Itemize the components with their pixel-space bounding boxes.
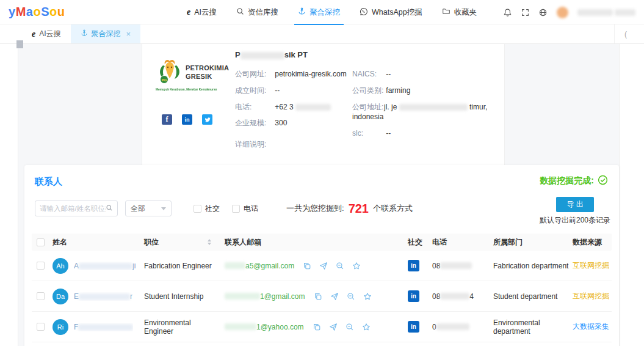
nav-item-ai-cloud-search[interactable]: e AI云搜 — [187, 0, 217, 24]
sort-icon[interactable] — [208, 239, 211, 245]
row-checkbox[interactable] — [37, 292, 45, 300]
row-checkbox[interactable] — [37, 262, 45, 270]
field-category: 公司类别: farming — [352, 86, 499, 96]
send-icon[interactable] — [330, 292, 339, 301]
folder-icon — [442, 7, 450, 17]
field-value: 300 — [275, 119, 287, 127]
close-tab-icon[interactable]: × — [126, 29, 131, 39]
email-redacted — [225, 323, 256, 330]
scrollbar-handle[interactable] — [16, 40, 23, 48]
copy-icon[interactable] — [313, 323, 321, 331]
logo-letter: o — [33, 5, 41, 18]
tab-strip-divider — [614, 24, 615, 43]
field-value: -- — [386, 129, 391, 138]
copy-icon[interactable] — [303, 262, 311, 270]
position-cell: Fabrication Engineer — [144, 262, 225, 270]
company-logo-tagline: Memupuk Kesuburan, Menebar Kemakmuran — [156, 88, 217, 91]
data-source-link[interactable]: 互联网挖掘 — [573, 291, 609, 301]
table-row: Ri F Environmental Engineer 1@yahoo.com … — [32, 312, 612, 342]
field-naics: NAICS: -- — [352, 69, 499, 79]
nav-item-credit-db-search[interactable]: 资信库搜 — [236, 0, 278, 24]
twitter-icon[interactable] — [202, 114, 212, 125]
verify-email-icon[interactable] — [336, 262, 344, 270]
checkbox[interactable] — [194, 205, 201, 213]
search-icon[interactable] — [106, 204, 113, 213]
company-social-links: f in — [162, 114, 212, 125]
contact-type-select[interactable]: 全部 — [125, 201, 172, 216]
nav-item-deep-mining[interactable]: 聚合深挖 — [298, 0, 340, 24]
bell-icon[interactable] — [503, 8, 512, 17]
export-button[interactable]: 导 出 — [556, 197, 593, 212]
nav-item-whatsapp-mining[interactable]: WhatsApp挖掘 — [360, 0, 422, 24]
nav-item-favorites[interactable]: 收藏夹 — [442, 0, 477, 24]
linkedin-icon[interactable]: in — [408, 290, 419, 302]
data-source-link[interactable]: 互联网挖掘 — [573, 260, 609, 271]
filter-social-checkbox[interactable]: 社交 — [194, 204, 220, 214]
contact-name-link[interactable]: Er — [74, 292, 132, 301]
select-all-checkbox[interactable] — [37, 238, 45, 246]
checkbox-label: 社交 — [205, 204, 220, 214]
company-logo-title-line1: PETROKIMIA — [186, 64, 229, 72]
linkedin-icon[interactable]: in — [408, 321, 419, 333]
tab-ai-cloud-search[interactable]: e AI云搜 — [22, 24, 71, 43]
row-checkbox[interactable] — [37, 323, 45, 331]
table-row: Ah Aji Fabrication Engineer a5@gmail.com… — [32, 251, 612, 281]
user-avatar[interactable] — [557, 7, 568, 18]
send-icon[interactable] — [319, 262, 328, 270]
field-phone: 电话: +62 3 — [235, 102, 352, 112]
linkedin-icon[interactable]: in — [408, 260, 419, 271]
content-area: PG PETROKIMIA GRESIK Memupuk Kesuburan, … — [0, 44, 644, 346]
contacts-table: 姓名 职位 联系人邮箱 社交 电话 所属部门 数据来源 Ah Aji Fabri… — [32, 234, 612, 342]
field-founded: 成立时间: -- — [235, 86, 352, 96]
data-source-link[interactable]: 大数据采集 — [573, 322, 609, 332]
chevron-down-icon — [161, 207, 166, 210]
field-value: -- — [386, 70, 391, 78]
linkedin-icon[interactable]: in — [182, 114, 192, 125]
language-globe-icon[interactable] — [538, 8, 548, 17]
fullscreen-icon[interactable] — [521, 9, 529, 17]
logo-letter: y — [9, 5, 16, 18]
verify-email-icon[interactable] — [346, 323, 354, 331]
phone-cell: 084 — [432, 292, 493, 301]
contact-name-link[interactable]: Aji — [74, 262, 136, 270]
emblem-badge-text: PG — [162, 78, 167, 82]
tab-deep-mining[interactable]: 聚合深挖 × — [71, 24, 141, 43]
count-prefix: 一共为您挖掘到: — [286, 203, 344, 214]
tab-bar: e AI云搜 聚合深挖 × ( — [0, 24, 644, 44]
field-label: slc: — [352, 128, 384, 139]
export-area: 导 出 默认导出前200条记录 — [540, 197, 610, 226]
checkbox[interactable] — [232, 205, 240, 213]
tab-label: 聚合深挖 — [92, 29, 121, 39]
field-label: NAICS: — [352, 69, 384, 79]
contact-name-link[interactable]: F — [74, 323, 133, 331]
contact-search-input[interactable] — [40, 205, 106, 212]
logo-letter: o — [49, 5, 57, 18]
contact-email: 1@yahoo.com — [256, 323, 304, 331]
email-redacted — [225, 262, 245, 269]
field-label: 公司地址: — [352, 102, 384, 112]
facebook-icon[interactable]: f — [162, 114, 172, 125]
column-header-source: 数据来源 — [573, 237, 612, 248]
field-label: 详细说明: — [235, 139, 273, 150]
send-icon[interactable] — [329, 323, 338, 331]
email-cell: a5@gmail.com — [225, 262, 408, 270]
star-icon[interactable] — [352, 262, 361, 270]
company-name: Psik PT — [235, 50, 499, 59]
field-value: jl. je — [384, 103, 397, 111]
name-cell: Ri F — [52, 319, 144, 335]
star-icon[interactable] — [362, 323, 371, 331]
company-fields-left: 公司网址: petrokimia-gresik.com 成立时间: -- 电话:… — [235, 69, 352, 156]
verify-email-icon[interactable] — [347, 292, 355, 301]
copy-icon[interactable] — [314, 292, 322, 301]
app-logo[interactable]: yMaoSou — [9, 5, 65, 19]
company-logo-title-line2: GRESIK — [186, 73, 229, 81]
browser-e-icon: e — [32, 30, 35, 39]
select-value: 全部 — [131, 204, 145, 214]
filter-phone-checkbox[interactable]: 电话 — [232, 204, 258, 214]
left-gutter — [0, 44, 18, 346]
star-icon[interactable] — [363, 292, 372, 301]
petrokimia-emblem-icon: PG — [156, 58, 184, 87]
table-header-row: 姓名 职位 联系人邮箱 社交 电话 所属部门 数据来源 — [32, 234, 612, 251]
mining-status: 数据挖掘完成: — [540, 175, 608, 187]
logo-letter: a — [26, 5, 34, 18]
